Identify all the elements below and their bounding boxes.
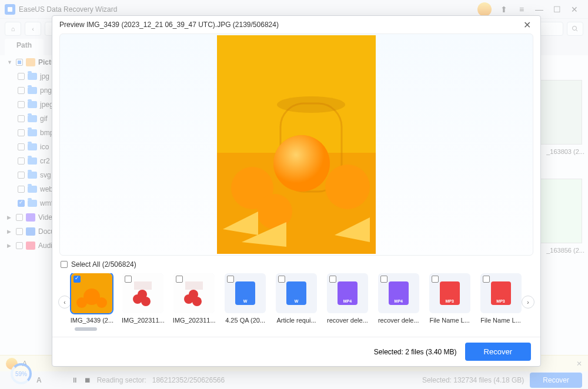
select-all-label: Select All (2/506824) [71,260,136,269]
thumb-box[interactable]: MP3 [480,273,522,313]
thumb-caption: 4.25 QA (20... [223,317,268,324]
thumb-box[interactable] [122,273,163,313]
thumb-caption: IMG_3439 (2... [70,317,114,324]
thumb-box[interactable] [173,273,215,313]
mp4-icon: MP4 [338,281,358,305]
thumb-caption: File Name L... [427,317,472,324]
svg-point-13 [76,297,87,308]
thumb-box[interactable] [71,273,112,313]
thumb-caption: recover dele... [376,317,420,324]
dialog-header: Preview IMG_3439 (2023_12_21 06_39_47 UT… [52,16,540,33]
dialog-title: Preview IMG_3439 (2023_12_21 06_39_47 UT… [59,21,279,29]
mp4-icon: MP4 [389,281,409,305]
thumb-checkbox[interactable] [432,276,439,283]
thumb-caption: IMG_202311... [121,317,165,324]
thumb-checkbox[interactable] [278,276,285,283]
preview-image [59,33,533,256]
dialog-recover-button[interactable]: Recover [465,343,531,361]
thumb-caption: Article requi... [275,317,319,324]
mp3-icon: MP3 [491,281,511,305]
thumb[interactable]: MP4recover dele... [376,273,420,324]
word-icon: W [235,281,255,305]
dialog-selected-summary: Selected: 2 files (3.40 MB) [374,348,457,356]
thumb-caption: recover dele... [325,317,369,324]
thumb[interactable]: MP4recover dele... [325,273,369,324]
thumb-checkbox[interactable] [227,276,234,283]
svg-point-18 [138,290,147,299]
dialog-close-button[interactable]: ✕ [521,17,533,33]
strip-scrollbar[interactable] [75,327,97,331]
strip-prev-button[interactable]: ‹ [58,296,71,308]
thumb-box[interactable]: MP3 [429,273,470,313]
thumb-checkbox[interactable] [125,276,132,283]
thumb-box[interactable]: MP4 [378,273,419,313]
mp3-icon: MP3 [440,281,460,305]
strip-next-button[interactable]: › [522,296,534,308]
select-all-checkbox[interactable] [61,261,68,268]
svg-rect-3 [217,35,376,153]
thumb[interactable]: IMG_202311... [121,273,165,324]
thumbnail-strip: ‹ IMG_3439 (2...IMG_202311...IMG_202311.… [52,273,540,331]
thumb-checkbox[interactable] [483,276,490,283]
thumb-box[interactable]: MP4 [327,273,368,313]
thumb-caption: IMG_202311... [172,317,216,324]
thumb-checkbox[interactable] [176,276,183,283]
svg-point-7 [273,135,330,192]
thumb-box[interactable]: W [276,273,317,313]
thumb-checkbox[interactable] [74,276,81,283]
thumb[interactable]: IMG_3439 (2... [70,273,114,324]
svg-point-9 [325,165,370,209]
preview-dialog: Preview IMG_3439 (2023_12_21 06_39_47 UT… [52,15,541,367]
thumb-checkbox[interactable] [380,276,387,283]
thumb-checkbox[interactable] [329,276,336,283]
svg-point-14 [96,297,107,308]
thumb-caption: File Name L... [479,317,523,324]
svg-point-10 [257,194,292,229]
thumb[interactable]: MP3File Name L... [479,273,523,324]
thumb[interactable]: MP3File Name L... [427,273,472,324]
thumb[interactable]: WArticle requi... [275,273,319,324]
thumb[interactable]: IMG_202311... [172,273,216,324]
thumb-box[interactable]: W [225,273,266,313]
select-all-row: Select All (2/506824) [52,256,540,273]
word-icon: W [286,281,306,305]
svg-rect-24 [185,281,203,290]
dialog-footer: Selected: 2 files (3.40 MB) Recover [52,337,540,366]
svg-rect-19 [134,281,152,290]
svg-point-23 [189,290,198,299]
orange-photo [217,35,376,254]
thumb[interactable]: W4.25 QA (20... [223,273,268,324]
